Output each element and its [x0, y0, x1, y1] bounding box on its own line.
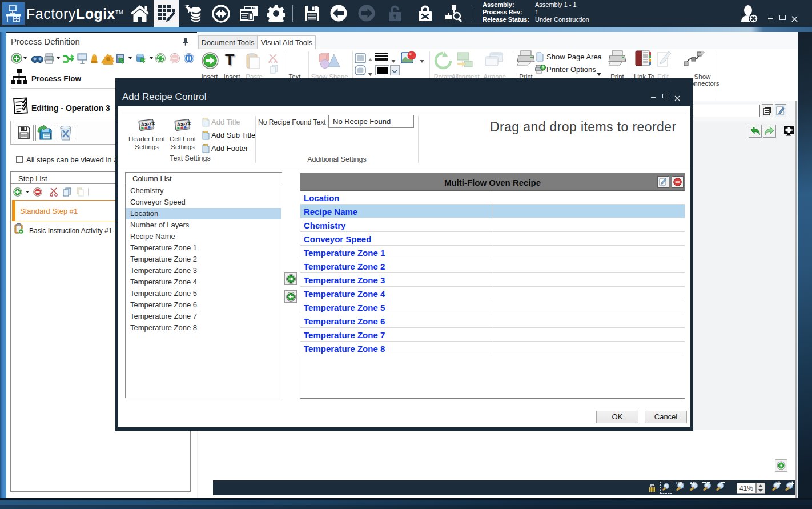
svg-text:?: ? — [542, 66, 544, 70]
svg-text:ALL: ALL — [690, 481, 698, 485]
svg-text:100: 100 — [676, 481, 682, 485]
